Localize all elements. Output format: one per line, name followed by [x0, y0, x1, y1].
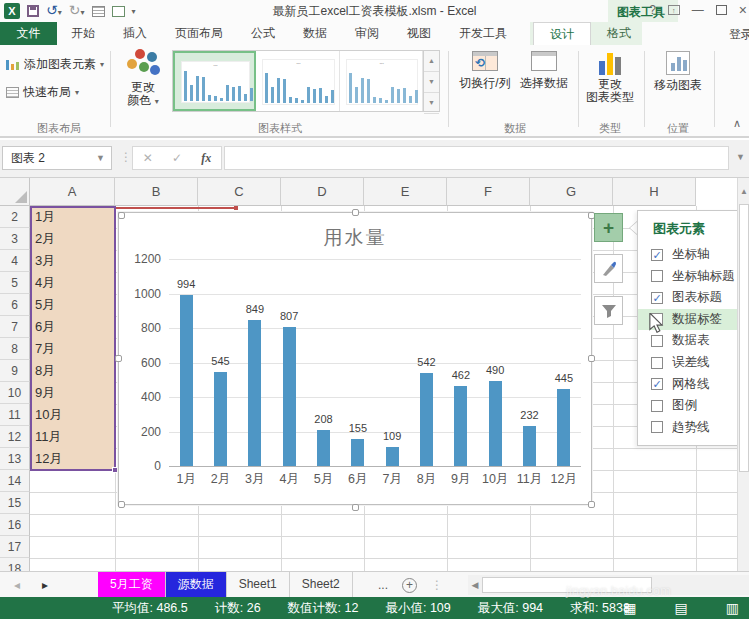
vertical-scroll-thumb[interactable] — [739, 204, 749, 472]
page-break-view-icon[interactable]: ▥ — [726, 600, 739, 616]
sheet-prev-icon[interactable]: ◂ — [14, 578, 20, 592]
row-header-9[interactable]: 9 — [0, 360, 30, 382]
checkbox-网格线[interactable]: ✓ — [651, 378, 663, 390]
row-header-8[interactable]: 8 — [0, 338, 30, 360]
row-header-5[interactable]: 5 — [0, 272, 30, 294]
row-header-10[interactable]: 10 — [0, 382, 30, 404]
close-icon[interactable]: × — [739, 2, 747, 18]
redo-icon[interactable]: ↻▾ — [69, 2, 85, 21]
status-平均值[interactable]: 平均值: 486.5 — [112, 600, 188, 617]
tab-公式[interactable]: 公式 — [237, 22, 289, 45]
switch-row-col-button[interactable]: ⟲ 切换行/列 — [456, 51, 514, 90]
horizontal-scroll-thumb[interactable] — [482, 577, 652, 593]
chart-bar[interactable] — [420, 373, 433, 466]
panel-item-数据标签[interactable]: 数据标签 — [638, 309, 749, 330]
status-数值计数[interactable]: 数值计数: 12 — [288, 600, 359, 617]
cell-a6[interactable]: 5月 — [31, 294, 115, 316]
column-header-F[interactable]: F — [447, 178, 530, 206]
sheet-tab-Sheet1[interactable]: Sheet1 — [227, 572, 290, 598]
column-header-E[interactable]: E — [364, 178, 447, 206]
cancel-icon[interactable]: ✕ — [143, 151, 153, 165]
panel-item-坐标轴标题[interactable]: 坐标轴标题 — [638, 266, 749, 287]
chart-bar[interactable] — [180, 295, 193, 466]
tab-插入[interactable]: 插入 — [109, 22, 161, 45]
column-header-A[interactable]: A — [30, 178, 115, 206]
minimize-icon[interactable]: — — [692, 3, 704, 17]
cell-a13[interactable]: 12月 — [31, 448, 115, 470]
chart-resize-handle[interactable] — [118, 501, 125, 508]
help-icon[interactable]: ? — [649, 3, 656, 17]
row-header-6[interactable]: 6 — [0, 294, 30, 316]
row-header-12[interactable]: 12 — [0, 426, 30, 448]
tab-页面布局[interactable]: 页面布局 — [161, 22, 237, 45]
gallery-up-icon[interactable]: ▲ — [424, 51, 439, 72]
chart-resize-handle[interactable] — [352, 209, 359, 216]
new-sheet-icon[interactable]: + — [402, 578, 417, 593]
row-header-14[interactable]: 14 — [0, 470, 30, 492]
tab-设计[interactable]: 设计 — [533, 22, 591, 45]
checkbox-趋势线[interactable] — [651, 421, 663, 433]
panel-item-数据表[interactable]: 数据表 — [638, 330, 749, 351]
gallery-down-icon[interactable]: ▼ — [424, 72, 439, 93]
cell-a4[interactable]: 3月 — [31, 250, 115, 272]
row-header-4[interactable]: 4 — [0, 250, 30, 272]
chart-resize-handle[interactable] — [352, 504, 359, 511]
table-icon[interactable] — [92, 6, 105, 17]
checkbox-误差线[interactable] — [651, 357, 663, 369]
chart-resize-handle[interactable] — [588, 355, 595, 362]
chart-bar[interactable] — [454, 386, 467, 466]
status-求和[interactable]: 求和: 5838 — [570, 600, 630, 617]
chart-bar[interactable] — [248, 320, 261, 466]
enter-icon[interactable]: ✓ — [172, 151, 182, 165]
save-icon[interactable] — [27, 5, 39, 17]
chart-title[interactable]: 用水量 — [119, 225, 591, 251]
chart-bar[interactable] — [283, 327, 296, 466]
sign-in-button[interactable]: 登录 — [729, 26, 749, 43]
select-all-corner[interactable] — [0, 178, 30, 206]
status-最小值[interactable]: 最小值: 109 — [385, 600, 450, 617]
chart-resize-handle[interactable] — [588, 501, 595, 508]
status-计数[interactable]: 计数: 26 — [215, 600, 261, 617]
chart-style-thumb[interactable]: ▪▪▪ — [256, 51, 339, 111]
quick-layout-button[interactable]: 快速布局▾ — [6, 81, 79, 103]
tab-格式[interactable]: 格式 — [591, 22, 647, 45]
panel-item-图表标题[interactable]: ✓图表标题 — [638, 287, 749, 308]
checkbox-数据标签[interactable] — [651, 313, 663, 325]
print-preview-icon[interactable] — [112, 6, 125, 17]
tab-数据[interactable]: 数据 — [289, 22, 341, 45]
scroll-up-icon[interactable]: ▲ — [738, 184, 749, 200]
add-chart-element-button[interactable]: 添加图表元素▾ — [6, 53, 104, 75]
column-header-D[interactable]: D — [281, 178, 364, 206]
cell-a10[interactable]: 9月 — [31, 382, 115, 404]
column-header-G[interactable]: G — [530, 178, 613, 206]
cell-a5[interactable]: 4月 — [31, 272, 115, 294]
sheet-tab-Sheet2[interactable]: Sheet2 — [290, 572, 353, 598]
status-最大值[interactable]: 最大值: 994 — [478, 600, 543, 617]
change-chart-type-button[interactable]: 更改 图表类型 — [582, 51, 638, 104]
chart-style-thumb[interactable]: ▪▪▪ — [340, 51, 423, 111]
select-data-button[interactable]: 选择数据 — [516, 51, 572, 90]
undo-icon[interactable]: ↺▾ — [46, 2, 62, 21]
row-header-13[interactable]: 13 — [0, 448, 30, 470]
chart-filters-button[interactable] — [594, 296, 623, 325]
collapse-ribbon-icon[interactable]: ∧ — [733, 117, 741, 130]
cell-a9[interactable]: 8月 — [31, 360, 115, 382]
panel-item-网格线[interactable]: ✓网格线 — [638, 374, 749, 395]
cell-a12[interactable]: 11月 — [31, 426, 115, 448]
column-header-C[interactable]: C — [198, 178, 281, 206]
sheet-tab-5月工资[interactable]: 5月工资 — [98, 572, 166, 598]
scroll-left-icon[interactable]: ◀ — [468, 580, 482, 590]
cell-a8[interactable]: 7月 — [31, 338, 115, 360]
sheet-tab-源数据[interactable]: 源数据 — [166, 572, 227, 598]
chart-resize-handle[interactable] — [115, 355, 122, 362]
row-header-17[interactable]: 17 — [0, 536, 30, 558]
gallery-scrollbar[interactable]: ▲ ▼ ▼ — [424, 50, 440, 112]
chart-bar[interactable] — [523, 426, 536, 466]
chart-bar[interactable] — [317, 430, 330, 466]
checkbox-坐标轴标题[interactable] — [651, 270, 663, 282]
maximize-icon[interactable] — [716, 5, 727, 15]
panel-item-误差线[interactable]: 误差线 — [638, 352, 749, 373]
tab-file[interactable]: 文件 — [0, 22, 57, 45]
cell-a7[interactable]: 6月 — [31, 316, 115, 338]
row-header-11[interactable]: 11 — [0, 404, 30, 426]
